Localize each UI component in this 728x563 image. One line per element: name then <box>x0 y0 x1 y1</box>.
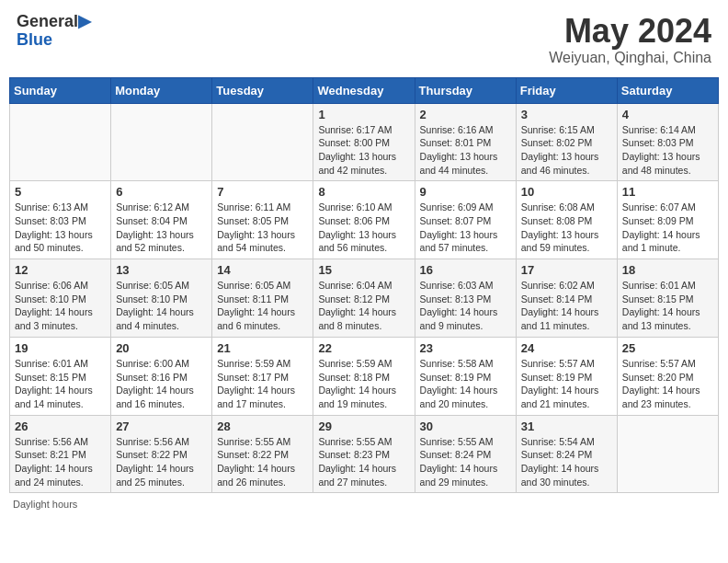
day-cell: 5Sunrise: 6:13 AM Sunset: 8:03 PM Daylig… <box>10 181 111 259</box>
day-number: 12 <box>15 263 106 277</box>
day-number: 15 <box>318 263 409 277</box>
day-info: Sunrise: 6:11 AM Sunset: 8:05 PM Dayligh… <box>217 201 308 255</box>
day-cell: 7Sunrise: 6:11 AM Sunset: 8:05 PM Daylig… <box>212 181 313 259</box>
day-number: 14 <box>217 263 308 277</box>
day-number: 8 <box>318 185 409 199</box>
day-info: Sunrise: 6:00 AM Sunset: 8:16 PM Dayligh… <box>116 357 207 411</box>
logo: General▶ Blue <box>17 13 91 50</box>
day-number: 6 <box>116 185 207 199</box>
day-number: 16 <box>420 263 511 277</box>
page-header: General▶ Blue May 2024 Weiyuan, Qinghai,… <box>9 9 719 70</box>
day-number: 11 <box>622 185 713 199</box>
day-cell: 10Sunrise: 6:08 AM Sunset: 8:08 PM Dayli… <box>516 181 617 259</box>
day-info: Sunrise: 5:58 AM Sunset: 8:19 PM Dayligh… <box>420 357 511 411</box>
day-info: Sunrise: 6:04 AM Sunset: 8:12 PM Dayligh… <box>318 279 409 333</box>
weekday-saturday: Saturday <box>617 77 718 103</box>
day-info: Sunrise: 5:56 AM Sunset: 8:21 PM Dayligh… <box>15 435 106 489</box>
day-number: 9 <box>420 185 511 199</box>
day-number: 19 <box>15 341 106 355</box>
day-number: 25 <box>622 341 713 355</box>
day-info: Sunrise: 6:05 AM Sunset: 8:10 PM Dayligh… <box>116 279 207 333</box>
day-cell: 29Sunrise: 5:55 AM Sunset: 8:23 PM Dayli… <box>313 415 415 493</box>
day-cell: 3Sunrise: 6:15 AM Sunset: 8:02 PM Daylig… <box>516 103 617 181</box>
day-number: 13 <box>116 263 207 277</box>
week-row-1: 1Sunrise: 6:17 AM Sunset: 8:00 PM Daylig… <box>10 103 719 181</box>
logo-blue: ▶ <box>78 12 91 30</box>
day-cell: 11Sunrise: 6:07 AM Sunset: 8:09 PM Dayli… <box>617 181 718 259</box>
day-cell: 12Sunrise: 6:06 AM Sunset: 8:10 PM Dayli… <box>10 259 111 338</box>
day-number: 17 <box>521 263 612 277</box>
day-cell: 27Sunrise: 5:56 AM Sunset: 8:22 PM Dayli… <box>111 415 212 493</box>
week-row-5: 26Sunrise: 5:56 AM Sunset: 8:21 PM Dayli… <box>10 415 719 493</box>
day-info: Sunrise: 6:17 AM Sunset: 8:00 PM Dayligh… <box>318 123 409 178</box>
week-row-2: 5Sunrise: 6:13 AM Sunset: 8:03 PM Daylig… <box>10 181 719 259</box>
day-cell: 28Sunrise: 5:55 AM Sunset: 8:22 PM Dayli… <box>212 415 313 493</box>
day-info: Sunrise: 6:09 AM Sunset: 8:07 PM Dayligh… <box>420 201 511 255</box>
month-title: May 2024 <box>549 13 711 50</box>
day-cell: 4Sunrise: 6:14 AM Sunset: 8:03 PM Daylig… <box>617 103 718 181</box>
day-cell: 22Sunrise: 5:59 AM Sunset: 8:18 PM Dayli… <box>313 337 415 415</box>
day-cell: 23Sunrise: 5:58 AM Sunset: 8:19 PM Dayli… <box>415 337 516 415</box>
day-info: Sunrise: 6:05 AM Sunset: 8:11 PM Dayligh… <box>217 279 308 333</box>
day-info: Sunrise: 5:55 AM Sunset: 8:22 PM Dayligh… <box>217 435 308 489</box>
logo-blue-text: Blue <box>17 30 52 49</box>
day-number: 30 <box>420 419 511 433</box>
weekday-header-row: SundayMondayTuesdayWednesdayThursdayFrid… <box>10 77 719 103</box>
day-number: 24 <box>521 341 612 355</box>
day-cell <box>617 415 718 493</box>
location: Weiyuan, Qinghai, China <box>549 50 711 66</box>
day-cell: 1Sunrise: 6:17 AM Sunset: 8:00 PM Daylig… <box>313 103 415 181</box>
day-info: Sunrise: 6:01 AM Sunset: 8:15 PM Dayligh… <box>15 357 106 411</box>
day-number: 31 <box>521 419 612 433</box>
day-info: Sunrise: 5:59 AM Sunset: 8:17 PM Dayligh… <box>217 357 308 411</box>
weekday-tuesday: Tuesday <box>212 77 313 103</box>
day-number: 28 <box>217 419 308 433</box>
day-number: 10 <box>521 185 612 199</box>
day-number: 7 <box>217 185 308 199</box>
day-number: 21 <box>217 341 308 355</box>
weekday-thursday: Thursday <box>415 77 516 103</box>
day-info: Sunrise: 6:15 AM Sunset: 8:02 PM Dayligh… <box>521 123 612 178</box>
day-cell: 2Sunrise: 6:16 AM Sunset: 8:01 PM Daylig… <box>415 103 516 181</box>
day-info: Sunrise: 6:16 AM Sunset: 8:01 PM Dayligh… <box>420 123 511 178</box>
day-cell <box>212 103 313 181</box>
day-cell: 30Sunrise: 5:55 AM Sunset: 8:24 PM Dayli… <box>415 415 516 493</box>
title-block: May 2024 Weiyuan, Qinghai, China <box>549 13 711 66</box>
day-info: Sunrise: 6:01 AM Sunset: 8:15 PM Dayligh… <box>622 279 713 333</box>
calendar-table: SundayMondayTuesdayWednesdayThursdayFrid… <box>9 77 719 494</box>
day-info: Sunrise: 6:06 AM Sunset: 8:10 PM Dayligh… <box>15 279 106 333</box>
day-cell: 26Sunrise: 5:56 AM Sunset: 8:21 PM Dayli… <box>10 415 111 493</box>
day-number: 2 <box>420 108 511 121</box>
day-cell: 25Sunrise: 5:57 AM Sunset: 8:20 PM Dayli… <box>617 337 718 415</box>
day-info: Sunrise: 6:02 AM Sunset: 8:14 PM Dayligh… <box>521 279 612 333</box>
day-info: Sunrise: 5:57 AM Sunset: 8:20 PM Dayligh… <box>622 357 713 411</box>
day-cell: 24Sunrise: 5:57 AM Sunset: 8:19 PM Dayli… <box>516 337 617 415</box>
day-number: 26 <box>15 419 106 433</box>
day-number: 29 <box>318 419 409 433</box>
day-number: 20 <box>116 341 207 355</box>
day-cell: 8Sunrise: 6:10 AM Sunset: 8:06 PM Daylig… <box>313 181 415 259</box>
day-number: 27 <box>116 419 207 433</box>
day-cell: 19Sunrise: 6:01 AM Sunset: 8:15 PM Dayli… <box>10 337 111 415</box>
day-info: Sunrise: 5:57 AM Sunset: 8:19 PM Dayligh… <box>521 357 612 411</box>
logo-general: General <box>17 12 78 30</box>
week-row-4: 19Sunrise: 6:01 AM Sunset: 8:15 PM Dayli… <box>10 337 719 415</box>
day-cell: 31Sunrise: 5:54 AM Sunset: 8:24 PM Dayli… <box>516 415 617 493</box>
day-info: Sunrise: 6:12 AM Sunset: 8:04 PM Dayligh… <box>116 201 207 255</box>
day-cell: 17Sunrise: 6:02 AM Sunset: 8:14 PM Dayli… <box>516 259 617 338</box>
day-cell <box>10 103 111 181</box>
day-cell: 20Sunrise: 6:00 AM Sunset: 8:16 PM Dayli… <box>111 337 212 415</box>
day-cell: 16Sunrise: 6:03 AM Sunset: 8:13 PM Dayli… <box>415 259 516 338</box>
weekday-sunday: Sunday <box>10 77 111 103</box>
weekday-monday: Monday <box>111 77 212 103</box>
day-number: 23 <box>420 341 511 355</box>
day-info: Sunrise: 5:54 AM Sunset: 8:24 PM Dayligh… <box>521 435 612 489</box>
day-info: Sunrise: 6:07 AM Sunset: 8:09 PM Dayligh… <box>622 201 713 255</box>
day-number: 4 <box>622 108 713 121</box>
day-info: Sunrise: 6:08 AM Sunset: 8:08 PM Dayligh… <box>521 201 612 255</box>
day-number: 1 <box>318 108 409 121</box>
day-cell: 18Sunrise: 6:01 AM Sunset: 8:15 PM Dayli… <box>617 259 718 338</box>
weekday-friday: Friday <box>516 77 617 103</box>
weekday-wednesday: Wednesday <box>313 77 415 103</box>
day-info: Sunrise: 5:55 AM Sunset: 8:23 PM Dayligh… <box>318 435 409 489</box>
